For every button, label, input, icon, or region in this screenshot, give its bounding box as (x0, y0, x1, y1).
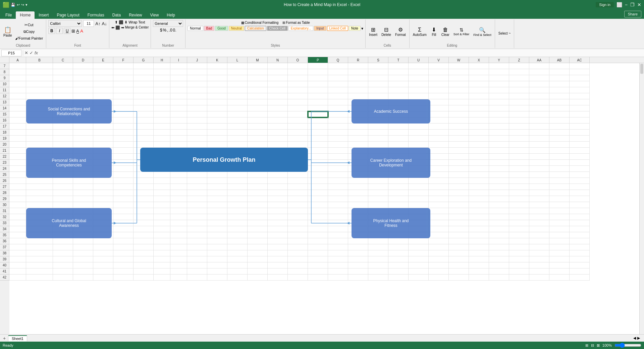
align-center-icon[interactable]: ⬛ (115, 26, 120, 30)
style-normal[interactable]: Normal (187, 26, 203, 31)
scroll-left-icon[interactable]: ◀ (633, 336, 636, 340)
style-neutral[interactable]: Neutral (229, 26, 244, 31)
style-good[interactable]: Good (215, 26, 228, 31)
mindmap-node-social[interactable]: Social Connections and Relationships (26, 99, 112, 123)
style-note[interactable]: Note (349, 26, 361, 31)
tab-insert[interactable]: Insert (35, 11, 53, 19)
col-header-V[interactable]: V (429, 57, 449, 63)
view-page-break-icon[interactable]: ⊠ (597, 343, 600, 348)
col-header-C[interactable]: C (53, 57, 73, 63)
col-header-J[interactable]: J (187, 57, 207, 63)
sort-filter-button[interactable]: ⇅ Sort & Filter (452, 22, 471, 41)
col-header-L[interactable]: L (227, 57, 248, 63)
delete-button[interactable]: ⊟ Delete (380, 22, 392, 41)
formula-input[interactable] (39, 50, 643, 56)
col-header-G[interactable]: G (133, 57, 154, 63)
view-layout-icon[interactable]: ⊟ (591, 343, 594, 348)
accounting-icon[interactable]: $ (160, 28, 162, 33)
col-header-B[interactable]: B (26, 57, 53, 63)
col-header-I[interactable]: I (170, 57, 187, 63)
fill-button[interactable]: ⬇ Fill (429, 22, 439, 41)
find-select-button[interactable]: 🔍 Find & Select (472, 22, 493, 41)
align-right-icon[interactable]: ➡ (121, 26, 124, 30)
col-header-W[interactable]: W (449, 57, 469, 63)
col-header-Y[interactable]: Y (489, 57, 509, 63)
mindmap-node-cultural[interactable]: Cultural and Global Awareness (26, 208, 112, 238)
add-sheet-button[interactable]: + (1, 335, 7, 341)
save-icon[interactable]: 💾 (11, 3, 15, 7)
col-header-AC[interactable]: AC (570, 57, 590, 63)
decrease-decimal-icon[interactable]: 0. (173, 28, 176, 33)
col-header-Q[interactable]: Q (328, 57, 348, 63)
col-header-N[interactable]: N (268, 57, 288, 63)
restore-icon[interactable]: ❐ (630, 2, 635, 7)
name-box[interactable] (1, 50, 21, 56)
font-grow-icon[interactable]: A↑ (95, 21, 100, 26)
paste-button[interactable]: 📋 Paste (2, 22, 13, 41)
insert-function-icon[interactable]: fx (35, 50, 38, 55)
italic-button[interactable]: I (56, 28, 63, 34)
clear-button[interactable]: 🗑 Clear (440, 22, 451, 41)
tab-page-layout[interactable]: Page Layout (53, 11, 83, 19)
window-controls[interactable]: Sign in ⬜ − ❐ ✕ (596, 2, 641, 7)
tab-view[interactable]: View (146, 11, 163, 19)
align-bottom-icon[interactable]: ⬇ (124, 20, 127, 24)
col-header-A[interactable]: A (9, 57, 26, 63)
mindmap-center[interactable]: Personal Growth Plan (140, 148, 308, 172)
copy-button[interactable]: ⧉ Copy (14, 29, 44, 35)
mindmap-node-career[interactable]: Career Exploration and Development (352, 148, 430, 178)
col-header-AB[interactable]: AB (549, 57, 570, 63)
customize-icon[interactable]: ▾ (25, 3, 28, 7)
col-header-E[interactable]: E (93, 57, 113, 63)
font-size-input[interactable] (83, 20, 94, 27)
cut-button[interactable]: ✂ Cut (14, 22, 44, 28)
style-explanatory[interactable]: Explanatory... (288, 26, 313, 31)
format-as-table-button[interactable]: ⊞ Format as Table (281, 20, 311, 25)
styles-more-icon[interactable]: ▾ (361, 26, 363, 31)
wrap-text-button[interactable]: Wrap Text (128, 20, 145, 24)
format-painter-button[interactable]: 🖌 Format Painter (14, 35, 44, 41)
zoom-slider[interactable] (614, 343, 641, 347)
mindmap-node-academic[interactable]: Academic Success (352, 99, 430, 123)
view-normal-icon[interactable]: ⊞ (585, 343, 588, 348)
col-header-U[interactable]: U (409, 57, 429, 63)
col-header-S[interactable]: S (368, 57, 388, 63)
fill-color-icon[interactable]: A̲ (76, 29, 79, 34)
style-bad[interactable]: Bad (204, 26, 215, 31)
bold-button[interactable]: B (48, 28, 55, 34)
style-check-cell[interactable]: Check Cell (267, 26, 288, 31)
col-header-D[interactable]: D (73, 57, 93, 63)
col-header-K[interactable]: K (207, 57, 227, 63)
col-header-M[interactable]: M (248, 57, 268, 63)
tab-home[interactable]: Home (16, 11, 35, 19)
font-color-icon[interactable]: A (80, 29, 83, 34)
conditional-formatting-button[interactable]: ▦ Conditional Formatting (240, 20, 280, 25)
quick-access-toolbar[interactable]: 🟩 💾 ↩ ↪ ▾ (3, 2, 28, 8)
sheet-tab-1[interactable]: Sheet1 (8, 335, 27, 341)
style-linked-cell[interactable]: Linked Cell (327, 26, 348, 31)
style-calculation[interactable]: Calculation (245, 26, 266, 31)
borders-icon[interactable]: ⊞ (71, 29, 75, 34)
style-input[interactable]: Input (314, 26, 326, 31)
col-header-X[interactable]: X (469, 57, 489, 63)
tab-formulas[interactable]: Formulas (84, 11, 108, 19)
underline-button[interactable]: U (64, 28, 70, 34)
vertical-scrollbar[interactable] (639, 63, 644, 334)
cancel-formula-icon[interactable]: ✕ (24, 50, 28, 55)
autosum-button[interactable]: Σ AutoSum (412, 22, 428, 41)
number-format-select[interactable]: General (153, 20, 183, 27)
tab-file[interactable]: File (1, 11, 16, 19)
tab-data[interactable]: Data (108, 11, 125, 19)
align-left-icon[interactable]: ⬅ (111, 26, 114, 30)
tab-review[interactable]: Review (125, 11, 146, 19)
share-button[interactable]: Share (624, 11, 641, 17)
scroll-right-icon[interactable]: ▶ (637, 336, 640, 340)
minimize-icon[interactable]: − (625, 2, 628, 7)
col-header-AA[interactable]: AA (529, 57, 549, 63)
confirm-formula-icon[interactable]: ✓ (30, 50, 33, 55)
mindmap-node-personal-skills[interactable]: Personal Skills and Competencies (26, 148, 112, 178)
col-header-T[interactable]: T (388, 57, 409, 63)
font-shrink-icon[interactable]: A↓ (102, 21, 107, 26)
grid-container[interactable]: 7891011121314151617181920212223242526272… (0, 63, 644, 334)
undo-icon[interactable]: ↩ (17, 3, 20, 7)
